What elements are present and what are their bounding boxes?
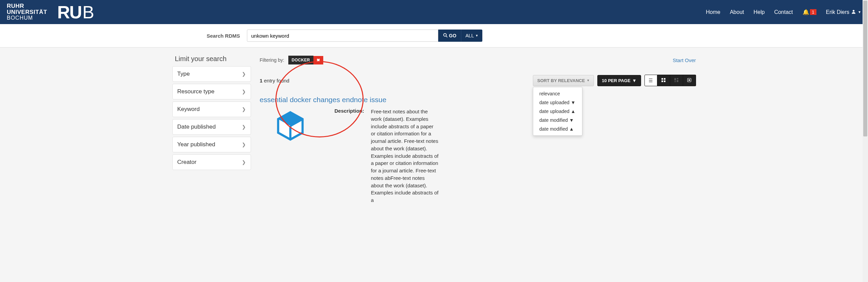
per-page-button[interactable]: 10 PER PAGE ▼ [597,75,641,86]
caret-down-icon: ▼ [632,78,637,83]
scrollbar-thumb[interactable] [863,1,867,136]
svg-rect-4 [664,78,666,80]
masonry-icon [674,78,679,83]
search-bar: Search RDMS GO ALL ▼ [0,24,868,48]
svg-marker-12 [689,79,690,81]
per-page-label: 10 PER PAGE [602,78,630,83]
sort-option-modified-desc[interactable]: date modified ▼ [533,116,582,125]
search-go-button[interactable]: GO [438,30,461,42]
brand-line1: RUHR [7,3,47,9]
filter-remove-button[interactable]: ✖ [313,56,323,64]
facet-label: Type [177,71,190,77]
facet-date-published[interactable]: Date published ❯ [172,119,251,135]
nav-help[interactable]: Help [753,9,765,15]
nav-links: Home About Help Contact 🔔 1 Erik Diers ▼ [706,9,861,15]
caret-down-icon: ▼ [475,34,478,37]
svg-rect-9 [674,81,676,82]
view-masonry-button[interactable] [670,75,683,86]
svg-point-1 [443,33,446,36]
start-over-link[interactable]: Start Over [673,57,696,63]
close-icon: ✖ [316,58,320,63]
chevron-right-icon: ❯ [242,124,246,130]
search-input[interactable] [247,30,438,42]
search-icon [443,33,448,39]
sort-dropdown-wrap: SORT BY RELEVANCE ▼ relevance date uploa… [533,75,594,86]
result-title-link[interactable]: essential docker changes endnote issue [260,96,387,104]
svg-rect-7 [674,78,676,80]
svg-point-0 [853,10,854,12]
svg-rect-5 [661,80,663,82]
facet-label: Year published [177,141,215,148]
filter-label: Filtering by: [260,57,284,63]
facet-year-published[interactable]: Year published ❯ [172,137,251,152]
view-grid-button[interactable] [657,75,670,86]
slideshow-icon [687,78,692,83]
sidebar: Limit your search Type ❯ Resource type ❯… [172,55,251,204]
facet-creator[interactable]: Creator ❯ [172,154,251,170]
result-description: Description: Free-text notes about the w… [333,108,439,204]
facet-label: Creator [177,159,197,166]
sort-option-uploaded-desc[interactable]: date uploaded ▼ [533,98,582,107]
nav-about[interactable]: About [730,9,744,15]
cube-icon [277,111,304,141]
person-icon [851,9,856,15]
svg-rect-8 [677,78,678,79]
sort-option-uploaded-asc[interactable]: date uploaded ▲ [533,107,582,116]
nav-contact[interactable]: Contact [774,9,793,15]
brand-line2: UNIVERSITÄT [7,9,47,15]
entries-found: 1 entry found [260,78,290,83]
brand-logo-b: B [81,1,95,23]
svg-rect-3 [661,78,663,80]
brand-text: RUHR UNIVERSITÄT BOCHUM [7,3,47,21]
facet-label: Date published [177,124,216,130]
chevron-right-icon: ❯ [242,89,246,94]
sort-button[interactable]: SORT BY RELEVANCE ▼ [533,75,594,86]
search-all-dropdown[interactable]: ALL ▼ [461,30,482,42]
bell-icon: 🔔 [803,9,809,15]
brand-logo-ru: RU [57,2,81,22]
sort-label: SORT BY RELEVANCE [537,78,585,83]
chevron-right-icon: ❯ [242,107,246,112]
facet-keyword[interactable]: Keyword ❯ [172,101,251,117]
scrollbar-track[interactable] [863,0,868,282]
user-name: Erik Diers [826,9,849,15]
nav-home[interactable]: Home [706,9,720,15]
svg-rect-10 [677,80,678,82]
result-thumbnail[interactable] [260,108,321,204]
facet-label: Keyword [177,106,200,113]
controls-row: 1 entry found SORT BY RELEVANCE ▼ releva… [260,75,696,86]
results-area: Filtering by: DOCKER ✖ Start Over 1 entr… [260,55,696,204]
filter-chip: DOCKER [288,56,313,64]
entries-count: 1 [260,78,263,83]
content: Limit your search Type ❯ Resource type ❯… [172,48,696,204]
view-list-button[interactable]: ☰ [644,75,657,86]
view-toggle-group: ☰ [644,75,696,86]
user-menu[interactable]: Erik Diers ▼ [826,9,861,15]
description-text: Free-text notes about the work (dataset)… [371,108,439,204]
result-body: Description: Free-text notes about the w… [260,108,696,204]
notifications-button[interactable]: 🔔 1 [803,9,816,15]
go-label: GO [449,33,457,38]
svg-line-2 [446,36,447,37]
caret-down-icon: ▼ [586,79,590,82]
facet-label: Resource type [177,88,215,95]
search-label: Search RDMS [172,33,247,39]
all-label: ALL [465,33,474,38]
brand-line3: BOCHUM [7,15,47,21]
navbar: RUHR UNIVERSITÄT BOCHUM RUB Home About H… [0,0,868,24]
view-slideshow-button[interactable] [683,75,696,86]
sort-dropdown-menu: relevance date uploaded ▼ date uploaded … [533,87,582,136]
description-label: Description: [333,108,364,204]
filter-row: Filtering by: DOCKER ✖ Start Over [260,56,696,64]
list-icon: ☰ [649,78,653,83]
facet-resource-type[interactable]: Resource type ❯ [172,84,251,99]
notif-badge: 1 [810,9,816,15]
sort-option-modified-asc[interactable]: date modified ▲ [533,125,582,133]
facet-type[interactable]: Type ❯ [172,66,251,82]
brand-logo[interactable]: RUB [57,1,95,23]
chevron-right-icon: ❯ [242,71,246,77]
sort-option-relevance[interactable]: relevance [533,89,582,98]
svg-rect-6 [664,80,666,82]
grid-icon [661,78,666,83]
entries-suffix: entry found [263,78,289,83]
